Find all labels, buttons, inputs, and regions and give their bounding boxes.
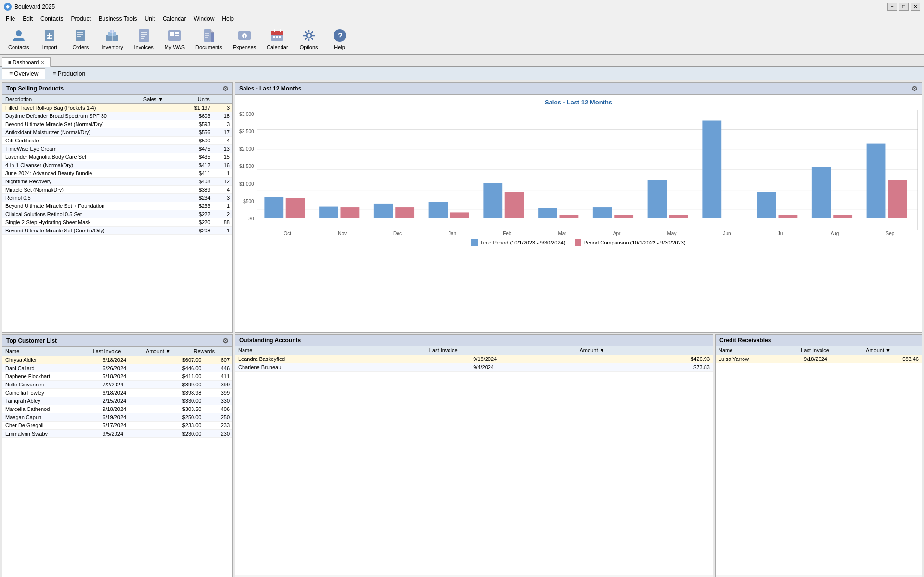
toolbar-import[interactable]: Import (35, 26, 64, 52)
table-row[interactable]: Leandra Baskeyfied9/18/2024$426.93 (235, 355, 713, 363)
sales-gear[interactable]: ⚙ (911, 85, 918, 92)
table-row[interactable]: Single 2-Step Hydrating Sheet Mask$22088 (2, 218, 232, 227)
menu-window[interactable]: Window (190, 14, 218, 23)
table-row[interactable]: June 2024: Advanced Beauty Bundle$4111 (2, 169, 232, 178)
table-row[interactable]: Tamqrah Abley2/15/2024$330.00330 (2, 397, 232, 405)
table-row[interactable]: Beyond Ultimate Miracle Set (Combo/Oily)… (2, 227, 232, 235)
tab-dashboard[interactable]: ≡ Dashboard ✕ (2, 57, 51, 67)
table-row[interactable]: Dani Callard6/26/2024$446.00446 (2, 364, 232, 372)
credit-scroll[interactable]: Luisa Yarrow9/18/2024$83.46 (716, 355, 922, 575)
table-row[interactable]: Antioxidant Moisturizer (Normal/Dry)$556… (2, 128, 232, 137)
table-row[interactable]: Filled Travel Roll-up Bag (Pockets 1-4)$… (2, 104, 232, 112)
legend-comparison-swatch (575, 239, 581, 246)
minimize-button[interactable]: − (887, 3, 897, 11)
cell-name: Charlene Bruneau (235, 363, 470, 371)
close-button[interactable]: ✕ (911, 3, 920, 11)
cell-units: 12 (213, 178, 232, 186)
table-row[interactable]: Beyond Ultimate Miracle Set (Normal/Dry)… (2, 120, 232, 128)
toolbar-options[interactable]: Options (295, 26, 323, 52)
toolbar-contacts[interactable]: Contacts (4, 26, 33, 52)
table-row[interactable]: Cher De Gregoli5/17/2024$233.00233 (2, 421, 232, 429)
table-row[interactable]: Lavender Magnolia Body Care Set$43515 (2, 153, 232, 161)
cell-amount: $330.00 (156, 397, 205, 405)
cell-rewards: 411 (204, 372, 232, 380)
svg-line-44 (305, 38, 307, 40)
cell-units: 3 (213, 194, 232, 202)
toolbar-mywas[interactable]: My WAS (160, 26, 189, 52)
menu-file[interactable]: File (2, 14, 19, 23)
menu-business-tools[interactable]: Business Tools (95, 14, 141, 23)
cell-desc: Single 2-Step Hydrating Sheet Mask (2, 218, 178, 227)
col-cr-amount[interactable]: Amount ▼ (863, 346, 922, 355)
toolbar-orders[interactable]: Orders (66, 26, 95, 52)
menu-help[interactable]: Help (218, 14, 238, 23)
orders-label: Orders (73, 44, 89, 50)
table-row[interactable]: Marcelia Cathenod9/18/2024$303.50406 (2, 405, 232, 413)
top-selling-gear[interactable]: ⚙ (222, 85, 229, 92)
maximize-button[interactable]: □ (899, 3, 909, 11)
table-row[interactable]: Daytime Defender Broad Spectrum SPF 30$6… (2, 112, 232, 120)
table-row[interactable]: Miracle Set (Normal/Dry)$3894 (2, 186, 232, 194)
svg-line-41 (305, 32, 307, 34)
col-oa-amount[interactable]: Amount ▼ (577, 346, 713, 355)
table-row[interactable]: Nighttime Recovery$40812 (2, 178, 232, 186)
top-selling-scroll[interactable]: Filled Travel Roll-up Bag (Pockets 1-4)$… (2, 104, 232, 332)
table-row[interactable]: Clinical Solutions Retinol 0.5 Set$2222 (2, 210, 232, 218)
top-customers-scroll[interactable]: Chrysa Aidler6/18/2024$607.00607Dani Cal… (2, 356, 232, 577)
toolbar-documents[interactable]: Documents (191, 26, 227, 52)
menu-unit[interactable]: Unit (141, 14, 159, 23)
table-row[interactable]: Emmalynn Swaby9/5/2024$230.00230 (2, 429, 232, 437)
table-row[interactable]: Retinol 0.5$2343 (2, 194, 232, 202)
toolbar-invoices[interactable]: Invoices (129, 26, 158, 52)
cell-rewards: 399 (204, 388, 232, 397)
table-row[interactable]: Beyond Ultimate Miracle Set + Foundation… (2, 202, 232, 210)
svg-rect-20 (170, 38, 179, 38)
toolbar-expenses[interactable]: $ Expenses (229, 26, 260, 52)
table-row[interactable]: Daphene Flockhart5/18/2024$411.00411 (2, 372, 232, 380)
credit-header: Credit Receivables (716, 335, 922, 346)
table-row[interactable]: TimeWise Eye Cream$47513 (2, 145, 232, 153)
svg-rect-34 (276, 36, 278, 38)
cell-amount: $399.00 (156, 380, 205, 388)
col-sales[interactable]: Sales ▼ (141, 95, 195, 104)
top-customers-header-table: Name Last Invoice Amount ▼ Rewards (2, 347, 232, 356)
toolbar-inventory[interactable]: Inventory (97, 26, 127, 52)
table-row[interactable]: 4-in-1 Cleanser (Normal/Dry)$41216 (2, 161, 232, 169)
window-controls[interactable]: − □ ✕ (887, 3, 920, 11)
top-panels-row: Top Selling Products ⚙ Description Sales… (2, 82, 922, 333)
table-row[interactable]: Maegan Capun6/19/2024$250.00250 (2, 413, 232, 421)
cell-desc: Filled Travel Roll-up Bag (Pockets 1-4) (2, 104, 178, 112)
menu-contacts[interactable]: Contacts (37, 14, 67, 23)
cell-desc: Daytime Defender Broad Spectrum SPF 30 (2, 112, 178, 120)
cell-name: Maegan Capun (2, 413, 100, 421)
cell-invoice: 6/26/2024 (100, 364, 156, 372)
table-row[interactable]: Luisa Yarrow9/18/2024$83.46 (716, 355, 922, 363)
toolbar: Contacts Import Orders Inventory Invoice… (0, 24, 924, 55)
col-cust-amount[interactable]: Amount ▼ (143, 347, 191, 356)
menu-product[interactable]: Product (67, 14, 94, 23)
toolbar-help[interactable]: ? Help (325, 26, 354, 52)
toolbar-calendar[interactable]: Calendar (262, 26, 293, 52)
outstanding-scroll[interactable]: Leandra Baskeyfied9/18/2024$426.93Charle… (235, 355, 713, 575)
menu-edit[interactable]: Edit (19, 14, 37, 23)
top-customers-gear[interactable]: ⚙ (222, 337, 229, 345)
expenses-icon: $ (237, 28, 252, 43)
cell-sales: $408 (178, 178, 214, 186)
cell-sales: $222 (178, 210, 214, 218)
cell-desc: Beyond Ultimate Miracle Set + Foundation (2, 202, 178, 210)
menu-calendar[interactable]: Calendar (159, 14, 190, 23)
tab-dashboard-close[interactable]: ✕ (40, 60, 44, 65)
table-row[interactable]: Gift Certificate$5004 (2, 137, 232, 145)
top-selling-data: Filled Travel Roll-up Bag (Pockets 1-4)$… (2, 104, 232, 235)
cell-name: Marcelia Cathenod (2, 405, 100, 413)
table-row[interactable]: Chrysa Aidler6/18/2024$607.00607 (2, 356, 232, 364)
table-row[interactable]: Camellia Fowley6/18/2024$398.98399 (2, 388, 232, 397)
cell-desc: Antioxidant Moisturizer (Normal/Dry) (2, 128, 178, 137)
svg-rect-35 (279, 36, 281, 38)
calendar-icon (270, 28, 285, 43)
table-row[interactable]: Charlene Bruneau9/4/2024$73.83 (235, 363, 713, 371)
cell-amount: $233.00 (156, 421, 205, 429)
sub-tab-overview[interactable]: ≡ Overview (2, 68, 45, 79)
sub-tab-production[interactable]: ≡ Production (45, 68, 92, 79)
table-row[interactable]: Nelle Giovannini7/2/2024$399.00399 (2, 380, 232, 388)
